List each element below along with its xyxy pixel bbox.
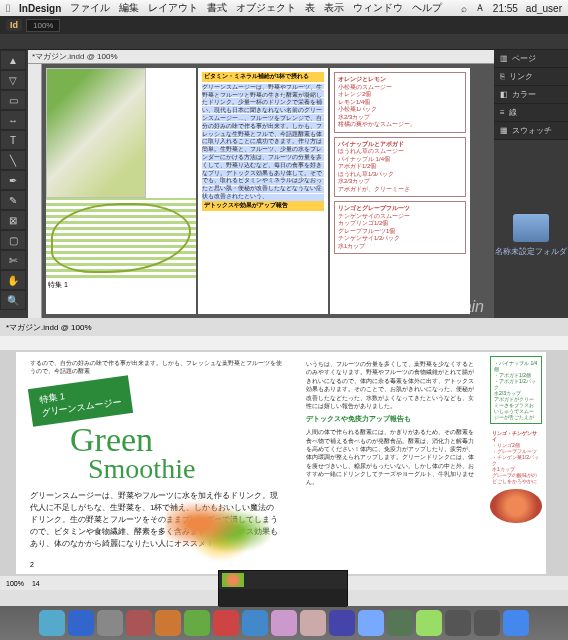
page-number-left: 2 bbox=[30, 561, 34, 568]
tomato-photo[interactable] bbox=[490, 489, 542, 523]
selection-tool[interactable]: ▲ bbox=[0, 50, 26, 70]
control-toolbar[interactable] bbox=[0, 34, 568, 50]
dock-app[interactable] bbox=[97, 610, 123, 636]
lower-window: *マガジン.indd @ 100% するので、自分の好みの味で作る事が出来ます。… bbox=[0, 318, 568, 606]
gap-tool[interactable]: ↔ bbox=[0, 110, 26, 130]
pattern-graphic[interactable] bbox=[46, 198, 196, 278]
zoom-selector[interactable]: 100% bbox=[26, 19, 60, 32]
app-name[interactable]: InDesign bbox=[19, 3, 61, 14]
panel-pages[interactable]: ▥ページ bbox=[494, 50, 568, 68]
lower-tab-bar: *マガジン.indd @ 100% bbox=[0, 318, 568, 336]
title-green-smoothie: Green Smoothie bbox=[70, 424, 282, 483]
center-text-column[interactable]: ビタミン・ミネラル補給が1杯で摂れる グリーンスムージーは、野菜やフルーツ、生野… bbox=[198, 68, 328, 314]
floating-swatch-panel[interactable] bbox=[218, 570, 348, 606]
yellow-heading: ビタミン・ミネラル補給が1杯で摂れる bbox=[202, 72, 324, 82]
folder-icon[interactable] bbox=[513, 214, 549, 242]
scissors-tool[interactable]: ✄ bbox=[0, 250, 26, 270]
lower-page-right[interactable]: いうちは、フルーツの分量を多くして、葉野菜を少なくするとのみやすくなります。野菜… bbox=[296, 352, 486, 574]
dock-app[interactable] bbox=[445, 610, 471, 636]
lower-page-left[interactable]: するので、自分の好みの味で作る事が出来ます。しかも、フレッシュな葉野菜とフルーツ… bbox=[16, 352, 296, 574]
pencil-tool[interactable]: ✎ bbox=[0, 190, 26, 210]
menu-file[interactable]: ファイル bbox=[70, 1, 110, 15]
lower-doc-tab[interactable]: *マガジン.indd @ 100% bbox=[6, 322, 92, 333]
recipe-box-3[interactable]: リンゴとグレープフルーツ チンゲンサイのスムージー カップリンゴ1/2個 グレー… bbox=[334, 201, 466, 254]
search-icon[interactable]: ⌕ bbox=[461, 3, 467, 14]
macos-dock bbox=[0, 606, 568, 640]
tool-palette: ▲ ▽ ▭ ↔ T ╲ ✒ ✎ ⊠ ▢ ✄ ✋ 🔍 bbox=[0, 50, 28, 318]
line-tool[interactable]: ╲ bbox=[0, 150, 26, 170]
dock-app[interactable] bbox=[155, 610, 181, 636]
recipe-box-2[interactable]: パイナップルとアボガド ほうれん草のスムージー パイナップル 1/4個 アボガド… bbox=[334, 137, 466, 198]
swirl-graphic[interactable] bbox=[166, 496, 276, 566]
sidebar-recipes[interactable]: ・パイナップル 1/4個 ・アボガド1/2個 ・アボガド1/2パック 水2/3カ… bbox=[486, 352, 546, 574]
dock-app[interactable] bbox=[213, 610, 239, 636]
status-page[interactable]: 14 bbox=[32, 580, 40, 587]
body-text-selected[interactable]: グリーンスムージーは、野菜やフルーツ、生野菜とフルーツと野菜の生きた酵素が凝縮し… bbox=[202, 84, 324, 201]
swatch-thumb[interactable] bbox=[222, 573, 244, 587]
folder-label: 名称未設定フォルダ bbox=[494, 246, 568, 257]
dock-app[interactable] bbox=[126, 610, 152, 636]
input-icon[interactable]: Ａ bbox=[475, 1, 485, 15]
pen-tool[interactable]: ✒ bbox=[0, 170, 26, 190]
app-control-bar: Id 100% bbox=[0, 16, 568, 34]
dock-app[interactable] bbox=[184, 610, 210, 636]
lower-horizontal-ruler[interactable] bbox=[0, 336, 568, 350]
desktop-peek: 名称未設定フォルダ bbox=[494, 210, 568, 257]
menu-edit[interactable]: 編集 bbox=[119, 1, 139, 15]
intro-text: するので、自分の好みの味で作る事が出来ます。しかも、フレッシュな葉野菜とフルーツ… bbox=[30, 360, 282, 376]
stroke-icon: ≡ bbox=[500, 108, 505, 117]
pages-icon: ▥ bbox=[500, 54, 508, 63]
type-tool[interactable]: T bbox=[0, 130, 26, 150]
page-tool[interactable]: ▭ bbox=[0, 90, 26, 110]
lower-ruler-v[interactable] bbox=[0, 350, 14, 576]
dock-app[interactable] bbox=[503, 610, 529, 636]
panel-stroke[interactable]: ≡線 bbox=[494, 104, 568, 122]
doc-tab[interactable]: *マガジン.indd @ 100% bbox=[32, 51, 118, 62]
direct-selection-tool[interactable]: ▽ bbox=[0, 70, 26, 90]
dock-app[interactable] bbox=[387, 610, 413, 636]
dock-app[interactable] bbox=[474, 610, 500, 636]
recipe-column[interactable]: オレンジとレモン 小松菜のスムージー オレンジ2個 レモン1/4個 小松菜1パッ… bbox=[330, 68, 470, 314]
dock-app[interactable] bbox=[39, 610, 65, 636]
menu-type[interactable]: 書式 bbox=[207, 1, 227, 15]
links-icon: ⎘ bbox=[500, 72, 505, 81]
rectangle-tool[interactable]: ▢ bbox=[0, 230, 26, 250]
panel-links[interactable]: ⎘リンク bbox=[494, 68, 568, 86]
menu-help[interactable]: ヘルプ bbox=[412, 1, 442, 15]
menu-window[interactable]: ウィンドウ bbox=[353, 1, 403, 15]
rectangle-frame-tool[interactable]: ⊠ bbox=[0, 210, 26, 230]
color-icon: ◧ bbox=[500, 90, 508, 99]
horizontal-ruler[interactable]: *マガジン.indd @ 100% bbox=[28, 50, 494, 64]
watermark: Attain bbox=[443, 298, 484, 316]
page-left[interactable]: 特集 1 bbox=[46, 68, 196, 314]
clock: 21:55 bbox=[493, 3, 518, 14]
dock-app[interactable] bbox=[68, 610, 94, 636]
vertical-ruler[interactable] bbox=[28, 64, 42, 318]
menu-table[interactable]: 表 bbox=[305, 1, 315, 15]
right-para-2: 人間の体で作られる酵素には、かぎりがあるため、その酵素を食べ物で補える食べものが… bbox=[306, 428, 476, 487]
panel-swatches[interactable]: ▦スウォッチ bbox=[494, 122, 568, 140]
lower-spread[interactable]: するので、自分の好みの味で作る事が出来ます。しかも、フレッシュな葉野菜とフルーツ… bbox=[14, 350, 568, 576]
document-area: *マガジン.indd @ 100% 特集 1 ビタミン・ミネラル補給が1杯で摂れ… bbox=[28, 50, 494, 318]
panel-color[interactable]: ◧カラー bbox=[494, 86, 568, 104]
dock-app[interactable] bbox=[329, 610, 355, 636]
menu-layout[interactable]: レイアウト bbox=[148, 1, 198, 15]
upper-spread[interactable]: 特集 1 ビタミン・ミネラル補給が1杯で摂れる グリーンスムージーは、野菜やフル… bbox=[42, 64, 494, 318]
menu-view[interactable]: 表示 bbox=[324, 1, 344, 15]
sidebar-recipe-2: リンゴ・チンゲンサイ ・リンゴ2個 ・グレープフルーツ ・チンゲン菜1/2パック… bbox=[490, 428, 542, 486]
dock-app[interactable] bbox=[358, 610, 384, 636]
dock-app[interactable] bbox=[242, 610, 268, 636]
macos-menubar:  InDesign ファイル 編集 レイアウト 書式 オブジェクト 表 表示 … bbox=[0, 0, 568, 16]
dock-app[interactable] bbox=[416, 610, 442, 636]
zoom-tool[interactable]: 🔍 bbox=[0, 290, 26, 310]
menu-object[interactable]: オブジェクト bbox=[236, 1, 296, 15]
hand-tool[interactable]: ✋ bbox=[0, 270, 26, 290]
smoothie-photo[interactable] bbox=[46, 68, 146, 198]
yellow-footer: デトックスや効果がアップ報告 bbox=[202, 201, 324, 211]
status-zoom[interactable]: 100% bbox=[6, 580, 24, 587]
recipe-box-1[interactable]: オレンジとレモン 小松菜のスムージー オレンジ2個 レモン1/4個 小松菜1パッ… bbox=[334, 72, 466, 133]
dock-app[interactable] bbox=[271, 610, 297, 636]
apple-icon[interactable]:  bbox=[6, 2, 10, 14]
swatches-icon: ▦ bbox=[500, 126, 508, 135]
dock-app[interactable] bbox=[300, 610, 326, 636]
